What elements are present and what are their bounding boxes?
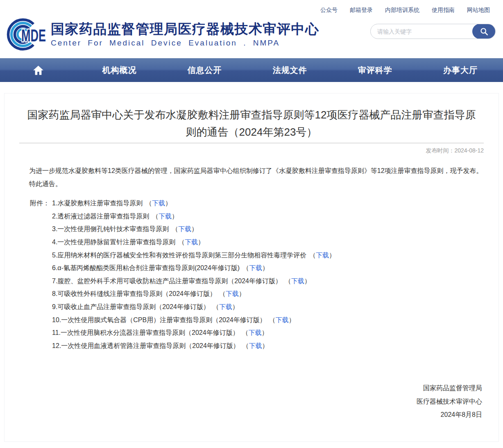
download-paren-open: （ <box>172 225 178 232</box>
attachment-title: 4.一次性使用静脉留置针注册审查指导原则 <box>52 239 175 246</box>
topbar-link[interactable]: 公众号 <box>320 7 338 14</box>
article-title: 国家药监局器审中心关于发布水凝胶敷料注册审查指导原则等12项医疗器械产品注册审查… <box>16 107 487 141</box>
cmde-logo-icon: MDE <box>7 16 48 52</box>
attachment-title: 9.可吸收止血产品注册审查指导原则（2024年修订版） <box>52 303 210 310</box>
signature-line: 国家药品监督管理局 <box>16 382 482 395</box>
site-logo[interactable]: MDE 国家药品监督管理局医疗器械技术审评中心 Center For Medic… <box>7 16 319 52</box>
nav-item[interactable]: 机构概况 <box>77 58 162 82</box>
header: MDE 国家药品监督管理局医疗器械技术审评中心 Center For Medic… <box>0 14 503 52</box>
attachment-item: 9.可吸收止血产品注册审查指导原则（2024年修订版）（下载） <box>52 300 335 314</box>
attachment-item: 12.一次性使用血液透析管路注册审查指导原则（2024年修订版）（下载） <box>52 339 335 352</box>
download-paren-open: （ <box>213 303 219 310</box>
logo-mark-text: MDE <box>21 26 46 45</box>
attachments-label: 附件： <box>30 197 50 352</box>
download-link[interactable]: 下载 <box>316 252 329 259</box>
download-paren-close: ） <box>262 264 269 271</box>
attachment-item: 5.应用纳米材料的医疗器械安全性和有效性评价指导原则第三部分生物相容性毒理学评价… <box>52 249 335 262</box>
publish-date: 发布时间：2024-08-12 <box>16 147 487 155</box>
download-paren-open: （ <box>242 329 249 336</box>
download-link[interactable]: 下载 <box>178 225 191 232</box>
download-paren-open: （ <box>242 342 249 349</box>
download-link[interactable]: 下载 <box>226 290 239 297</box>
main-nav: 机构概况信息公开法规文件审评科学办事大厅 <box>0 58 503 82</box>
download-paren-open: （ <box>309 252 316 259</box>
attachment-title: 3.一次性使用侧孔钝针技术审查指导原则 <box>52 225 169 232</box>
nav-item[interactable]: 信息公开 <box>162 58 247 82</box>
search-area <box>370 24 496 39</box>
attachment-title: 11.一次性使用脑积水分流器注册审查指导原则（2024年修订版） <box>52 329 239 336</box>
logo-text: 国家药品监督管理局医疗器械技术审评中心 Center For Medical D… <box>51 21 319 48</box>
attachment-title: 2.透析液过滤器注册审查指导原则 <box>52 213 149 220</box>
download-link[interactable]: 下载 <box>291 277 304 284</box>
download-paren-close: ） <box>198 239 204 246</box>
download-link[interactable]: 下载 <box>159 213 172 220</box>
download-link[interactable]: 下载 <box>185 239 198 246</box>
topbar-link[interactable]: 邮箱登录 <box>350 7 373 14</box>
attachment-item: 10.一次性使用膜式氧合器（CPB用）注册审查指导原则（2024年修订版）（下载… <box>52 314 335 327</box>
attachment-title: 7.腹腔、盆腔外科手术用可吸收防粘连产品注册审查指导原则（2024年修订版） <box>52 277 282 284</box>
article-paragraph: 为进一步规范水凝胶敷料等12类医疗器械的管理，国家药监局器审中心组织制修订了《水… <box>16 164 487 177</box>
search-button[interactable] <box>472 24 496 39</box>
attachment-title: 12.一次性使用血液透析管路注册审查指导原则（2024年修订版） <box>52 342 240 349</box>
attachment-title: 5.应用纳米材料的医疗器械安全性和有效性评价指导原则第三部分生物相容性毒理学评价 <box>52 252 306 259</box>
download-paren-close: ） <box>329 252 335 259</box>
download-paren-open: （ <box>219 290 226 297</box>
download-paren-open: （ <box>242 264 249 271</box>
download-paren-close: ） <box>165 200 172 207</box>
attachment-item: 11.一次性使用脑积水分流器注册审查指导原则（2024年修订版）（下载） <box>52 326 335 339</box>
publish-value: 2024-08-12 <box>454 147 484 154</box>
publish-label: 发布时间： <box>426 147 454 154</box>
download-link[interactable]: 下载 <box>219 303 232 310</box>
attachment-item: 7.腹腔、盆腔外科手术用可吸收防粘连产品注册审查指导原则（2024年修订版）（下… <box>52 275 335 288</box>
download-paren-open: （ <box>269 316 276 323</box>
download-paren-close: ） <box>172 213 178 220</box>
topbar: 公众号邮箱登录内部培训系统使用指南网站地图 <box>0 0 503 14</box>
attachment-list: 1.水凝胶敷料注册审查指导原则（下载） 2.透析液过滤器注册审查指导原则（下载）… <box>52 197 335 352</box>
title-divider <box>19 143 484 143</box>
nav-item[interactable]: 办事大厅 <box>418 58 503 82</box>
download-paren-close: ） <box>239 290 245 297</box>
search-icon <box>480 27 489 36</box>
download-paren-open: （ <box>178 239 185 246</box>
download-paren-close: ） <box>262 342 269 349</box>
attachment-item: 3.一次性使用侧孔钝针技术审查指导原则（下载） <box>52 223 335 236</box>
topbar-link[interactable]: 网站地图 <box>467 7 490 14</box>
nav-item[interactable]: 法规文件 <box>247 58 333 82</box>
download-paren-open: （ <box>152 213 159 220</box>
signature-block: 国家药品监督管理局医疗器械技术审评中心2024年8月8日 <box>16 382 487 422</box>
signature-line: 医疗器械技术审评中心 <box>16 395 482 409</box>
attachment-title: 10.一次性使用膜式氧合器（CPB用）注册审查指导原则（2024年修订版） <box>52 316 266 323</box>
search-box <box>370 24 496 39</box>
download-link[interactable]: 下载 <box>152 200 165 207</box>
signature-line: 2024年8月8日 <box>16 408 482 422</box>
attachment-title: 6.α-氰基丙烯酸酯类医用粘合剂注册审查指导原则(2024年修订版) <box>52 264 240 271</box>
download-link[interactable]: 下载 <box>249 329 262 336</box>
attachment-title: 1.水凝胶敷料注册审查指导原则 <box>52 200 143 207</box>
nav-items: 机构概况信息公开法规文件审评科学办事大厅 <box>77 58 503 82</box>
attachment-title: 8.可吸收性外科缝线注册审查指导原则（2024年修订版） <box>52 290 216 297</box>
download-link[interactable]: 下载 <box>249 264 262 271</box>
article-paragraph: 特此通告。 <box>16 177 487 191</box>
download-link[interactable]: 下载 <box>276 316 289 323</box>
site-title-en: Center For Medical Device Evaluation . N… <box>51 39 319 48</box>
article-panel: 国家药监局器审中心关于发布水凝胶敷料注册审查指导原则等12项医疗器械产品注册审查… <box>4 93 499 442</box>
download-paren-open: （ <box>145 200 152 207</box>
download-paren-open: （ <box>285 277 291 284</box>
download-paren-close: ） <box>289 316 295 323</box>
download-paren-close: ） <box>191 225 198 232</box>
attachments-section: 附件： 1.水凝胶敷料注册审查指导原则（下载） 2.透析液过滤器注册审查指导原则… <box>30 197 487 352</box>
nav-home[interactable] <box>0 65 77 76</box>
topbar-link[interactable]: 内部培训系统 <box>385 7 419 14</box>
search-input[interactable] <box>371 24 472 39</box>
attachment-item: 1.水凝胶敷料注册审查指导原则（下载） <box>52 197 335 210</box>
attachment-item: 6.α-氰基丙烯酸酯类医用粘合剂注册审查指导原则(2024年修订版)（下载） <box>52 262 335 275</box>
nav-item[interactable]: 审评科学 <box>333 58 418 82</box>
home-icon <box>33 65 44 76</box>
article-body: 为进一步规范水凝胶敷料等12类医疗器械的管理，国家药监局器审中心组织制修订了《水… <box>16 164 487 191</box>
attachment-item: 8.可吸收性外科缝线注册审查指导原则（2024年修订版）（下载） <box>52 287 335 300</box>
attachment-item: 2.透析液过滤器注册审查指导原则（下载） <box>52 210 335 223</box>
topbar-link[interactable]: 使用指南 <box>432 7 455 14</box>
attachment-item: 4.一次性使用静脉留置针注册审查指导原则（下载） <box>52 236 335 249</box>
download-link[interactable]: 下载 <box>249 342 262 349</box>
site-title-cn: 国家药品监督管理局医疗器械技术审评中心 <box>51 21 319 37</box>
